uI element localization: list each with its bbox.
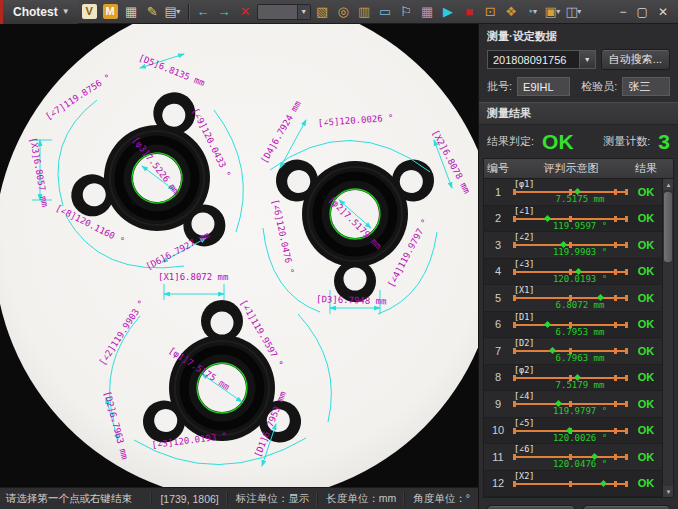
annotation-X1: [X1]6.8072 mm: [158, 272, 228, 282]
print-button[interactable]: ▤▼: [164, 2, 183, 21]
chevron-down-icon[interactable]: ▼: [175, 8, 182, 15]
image-search-button[interactable]: ▧: [313, 2, 332, 21]
table-row[interactable]: 12[X2]OK: [484, 471, 662, 498]
col-result: 结果: [630, 161, 662, 176]
panel-title: 测量·设定数据: [479, 24, 678, 47]
image-search-icon: ▧: [316, 5, 328, 18]
play-icon: ▶: [443, 5, 453, 18]
row-number: 7: [484, 338, 512, 364]
feature-label: [∠1]: [514, 206, 534, 216]
row-number: 6: [484, 312, 512, 338]
save-button[interactable]: ▦: [122, 2, 141, 21]
scroll-up-icon[interactable]: ▲: [663, 179, 673, 190]
measured-value: 6.7963 mm: [521, 353, 639, 363]
chevron-down-icon[interactable]: ▼: [555, 8, 562, 15]
layers-button[interactable]: ▣▼: [544, 2, 563, 21]
monitor-button[interactable]: ▭: [376, 2, 395, 21]
measured-value-marker: [600, 479, 607, 486]
table-row[interactable]: 11[∠6]120.0476 °OK: [484, 444, 662, 471]
record-button[interactable]: ■: [460, 2, 479, 21]
save-icon: ▦: [125, 5, 137, 18]
judgment-diagram: [∠5]120.0026 °: [512, 418, 630, 444]
col-number: 编号: [484, 161, 512, 176]
chevron-down-icon[interactable]: ▼: [532, 8, 539, 15]
status-bar: 请选择第一个点或右键结束 [1739, 1806] 标注单位：显示 长度单位：m…: [0, 487, 478, 509]
tolerance-bar: [514, 297, 626, 299]
timer-button[interactable]: ◔▼: [523, 2, 542, 21]
row-number: 10: [484, 418, 512, 444]
back-arrow-button[interactable]: ←: [194, 2, 213, 21]
judgment-diagram: [φ2]7.5179 mm: [512, 365, 630, 391]
inspector-field[interactable]: 张三: [622, 77, 670, 96]
tolerance-tick: [513, 295, 516, 301]
doc-v-button[interactable]: V: [80, 2, 99, 21]
chevron-down-icon[interactable]: ▼: [576, 8, 583, 15]
feature-label: [φ2]: [514, 365, 534, 375]
table-row[interactable]: 2[∠1]119.9597 °OK: [484, 206, 662, 233]
results-table: 编号 评判示意图 结果 1[φ1]7.5175 mmOK2[∠1]119.959…: [483, 158, 674, 498]
ruler-button[interactable]: ▥: [355, 2, 374, 21]
scroll-down-icon[interactable]: ▼: [663, 486, 673, 497]
scrollbar-thumb[interactable]: [664, 192, 672, 262]
table-row[interactable]: 3[∠2]119.9903 °OK: [484, 232, 662, 259]
results-header: 测量结果: [479, 102, 678, 125]
dataset-dropdown[interactable]: 201808091756 ▼: [487, 50, 596, 69]
report-button[interactable]: 报告: [583, 505, 671, 509]
judgment-diagram: [X2]: [512, 471, 630, 497]
table-scrollbar[interactable]: ▲ ▼: [662, 179, 673, 497]
table-row[interactable]: 6[D1]6.7953 mmOK: [484, 312, 662, 339]
chotest-menu[interactable]: Chotest ▼: [0, 0, 78, 24]
camera-settings-button[interactable]: ◫▼: [565, 2, 584, 21]
row-number: 3: [484, 232, 512, 258]
tolerance-bar: [514, 191, 626, 193]
table-row[interactable]: 10[∠5]120.0026 °OK: [484, 418, 662, 445]
cursor-coordinates: [1739, 1806]: [151, 493, 226, 505]
edit-button[interactable]: ✎: [143, 2, 162, 21]
tolerance-bar: [514, 244, 626, 246]
grid-icon: ▦: [421, 5, 433, 18]
feature-label: [∠6]: [514, 444, 534, 454]
close-button[interactable]: ✕: [658, 5, 668, 19]
preset-combobox[interactable]: ▼: [257, 4, 311, 20]
judgment-diagram: [D2]6.7963 mm: [512, 338, 630, 364]
table-row[interactable]: 1[φ1]7.5175 mmOK: [484, 179, 662, 206]
scatter-capture-button[interactable]: ❖: [502, 2, 521, 21]
result-badge: OK: [630, 471, 662, 497]
row-number: 9: [484, 391, 512, 417]
tolerance-tick: [513, 401, 516, 407]
camera-viewport[interactable]: [D5]6.8135 mm [∠7]119.8756 ° [∠9]120.043…: [0, 24, 478, 487]
zoom-search-button[interactable]: ◎: [334, 2, 353, 21]
chevron-down-icon[interactable]: ▼: [297, 5, 310, 19]
table-row[interactable]: 7[D2]6.7963 mmOK: [484, 338, 662, 365]
chevron-down-icon[interactable]: ▼: [579, 51, 595, 68]
row-number: 11: [484, 444, 512, 470]
delete-button[interactable]: ✕: [236, 2, 255, 21]
capture-region-button[interactable]: ⊡: [481, 2, 500, 21]
tolerance-tick: [513, 481, 516, 487]
tolerance-bar: [514, 324, 626, 326]
row-number: 8: [484, 365, 512, 391]
minimize-button[interactable]: −: [620, 5, 627, 19]
table-row[interactable]: 9[∠4]119.9797 °OK: [484, 391, 662, 418]
feature-label: [∠2]: [514, 232, 534, 242]
marker-button[interactable]: ⚐: [397, 2, 416, 21]
play-button[interactable]: ▶: [439, 2, 458, 21]
judgment-diagram: [X1]6.8072 mm: [512, 285, 630, 311]
feature-label: [∠4]: [514, 391, 534, 401]
zoom-search-icon: ◎: [337, 5, 348, 18]
doc-m-button[interactable]: M: [101, 2, 120, 21]
table-row[interactable]: 4[∠3]120.0193 °OK: [484, 259, 662, 286]
table-row[interactable]: 8[φ2]7.5179 mmOK: [484, 365, 662, 392]
forward-arrow-button[interactable]: →: [215, 2, 234, 21]
feature-label: [∠3]: [514, 259, 534, 269]
delete-icon: ✕: [240, 5, 251, 18]
auto-search-button[interactable]: 自动搜索...: [601, 49, 670, 70]
panel-buttons: 测量 报告: [479, 498, 678, 509]
table-row[interactable]: 5[X1]6.8072 mmOK: [484, 285, 662, 312]
maximize-button[interactable]: ▢: [637, 5, 648, 19]
forward-arrow-icon: →: [218, 5, 231, 18]
measure-button[interactable]: 测量: [487, 505, 575, 509]
tolerance-tick: [513, 348, 516, 354]
batch-field[interactable]: E9IHL: [517, 77, 570, 96]
grid-button[interactable]: ▦: [418, 2, 437, 21]
